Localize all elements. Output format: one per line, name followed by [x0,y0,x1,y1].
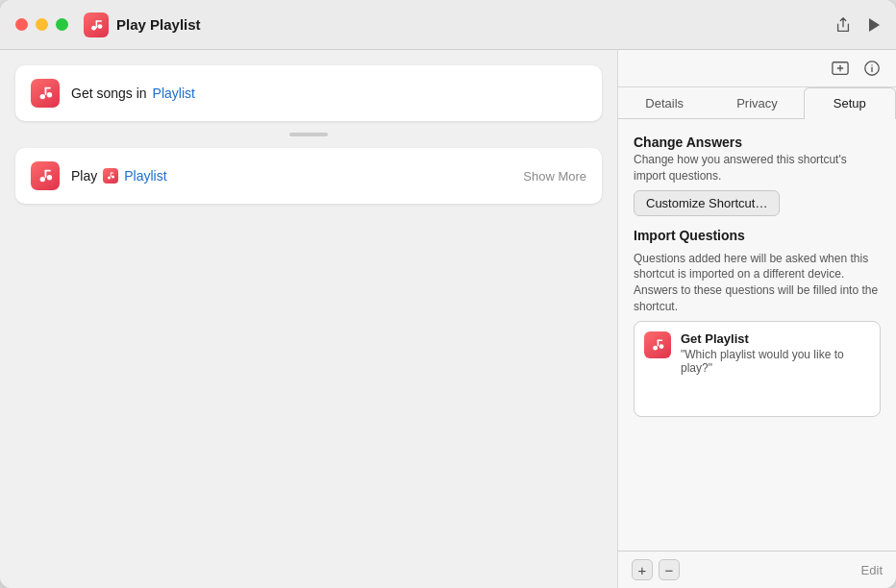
svg-point-4 [40,94,45,99]
svg-point-12 [108,177,111,180]
divider-handle [289,133,328,136]
right-header-icons [831,60,881,77]
import-item-text: Get Playlist "Which playlist would you l… [681,331,870,375]
import-item-question: "Which playlist would you like to play?" [681,348,870,375]
titlebar-actions [834,16,881,34]
close-button[interactable] [15,18,28,31]
edit-button: Edit [861,563,883,577]
tab-privacy[interactable]: Privacy [710,87,803,118]
svg-rect-3 [96,20,102,22]
svg-rect-11 [45,170,51,172]
import-questions-desc: Questions added here will be asked when … [634,251,881,315]
svg-point-1 [98,24,103,29]
card1-text: Get songs in Playlist [71,86,195,101]
card2-link[interactable]: Playlist [124,168,166,184]
change-answers-title: Change Answers [634,135,881,150]
traffic-lights [15,18,68,31]
add-shortcut-icon[interactable] [831,60,850,77]
app-window: Play Playlist [0,0,896,588]
svg-point-21 [871,64,872,65]
svg-rect-25 [658,339,663,341]
window-title: Play Playlist [116,16,201,33]
divider-area [15,129,602,140]
import-questions-section: Import Questions Questions added here wi… [634,228,881,417]
bottom-controls: + − Edit [618,551,896,588]
change-answers-desc: Change how you answered this shortcut's … [634,152,881,184]
content-area: Get songs in Playlist [0,50,896,588]
svg-point-22 [653,346,658,351]
import-card-area: Get Playlist "Which playlist would you l… [634,321,881,417]
card2-icon [31,161,60,190]
svg-point-8 [40,177,45,182]
play-button[interactable] [867,17,881,33]
card1-icon [31,79,60,108]
titlebar: Play Playlist [0,0,896,50]
svg-rect-7 [45,87,51,89]
right-panel: Details Privacy Setup Change Answers Cha… [617,50,896,588]
change-answers-section: Change Answers Change how you answered t… [634,135,881,216]
right-header [618,50,896,87]
card2-inline-icon [103,168,118,184]
tab-setup[interactable]: Setup [804,87,896,119]
card2-text: Play Playlist [71,168,167,184]
import-item-name: Get Playlist [681,331,870,346]
info-icon[interactable] [863,60,881,77]
play-card: Play Playlist Show More [15,148,602,204]
import-questions-title: Import Questions [634,228,881,243]
show-more-button[interactable]: Show More [523,169,586,184]
share-button[interactable] [834,16,852,34]
right-content: Change Answers Change how you answered t… [618,119,896,551]
svg-rect-15 [111,173,114,174]
svg-point-0 [91,25,96,30]
card1-link[interactable]: Playlist [153,86,195,101]
tabs-bar: Details Privacy Setup [618,87,896,119]
get-songs-card: Get songs in Playlist [15,65,602,121]
tab-details[interactable]: Details [618,87,710,118]
svg-point-23 [660,344,664,349]
customize-shortcut-button[interactable]: Customize Shortcut… [634,190,780,216]
import-item-icon [644,331,671,358]
minimize-button[interactable] [36,18,48,31]
app-icon [84,12,109,37]
maximize-button[interactable] [56,18,68,31]
import-item: Get Playlist "Which playlist would you l… [644,331,870,375]
left-panel: Get songs in Playlist [0,50,617,588]
svg-point-9 [47,175,52,180]
card2-prefix: Play [71,168,97,184]
add-question-button[interactable]: + [632,559,653,580]
card1-prefix: Get songs in [71,86,147,101]
svg-point-13 [112,176,114,179]
remove-question-button[interactable]: − [659,559,680,580]
svg-point-5 [47,92,52,97]
titlebar-center: Play Playlist [84,12,201,37]
